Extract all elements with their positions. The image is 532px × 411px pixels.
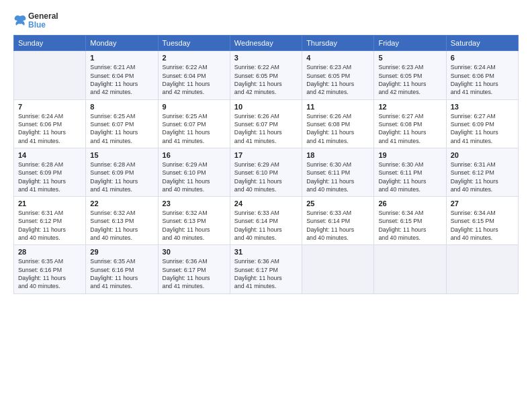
calendar-cell: 4Sunrise: 6:23 AM Sunset: 6:05 PM Daylig… (302, 51, 374, 99)
logo-blue-text: Blue (28, 21, 58, 30)
day-number: 7 (18, 103, 81, 111)
calendar-cell: 10Sunrise: 6:26 AM Sunset: 6:07 PM Dayli… (230, 99, 302, 148)
calendar-cell: 3Sunrise: 6:22 AM Sunset: 6:05 PM Daylig… (230, 51, 302, 99)
week-row-2: 7Sunrise: 6:24 AM Sunset: 6:06 PM Daylig… (14, 99, 519, 148)
day-info: Sunrise: 6:33 AM Sunset: 6:14 PM Dayligh… (306, 209, 369, 242)
day-info: Sunrise: 6:22 AM Sunset: 6:04 PM Dayligh… (163, 63, 226, 96)
day-info: Sunrise: 6:32 AM Sunset: 6:13 PM Dayligh… (90, 209, 153, 242)
header-day-thursday: Thursday (302, 36, 374, 51)
week-row-4: 21Sunrise: 6:31 AM Sunset: 6:12 PM Dayli… (14, 197, 519, 245)
logo: General Blue (13, 12, 58, 30)
header-day-monday: Monday (86, 36, 158, 51)
logo-text-lines: General Blue (28, 12, 58, 30)
calendar-cell: 29Sunrise: 6:35 AM Sunset: 6:16 PM Dayli… (86, 245, 158, 293)
day-number: 25 (306, 199, 369, 208)
day-info: Sunrise: 6:24 AM Sunset: 6:06 PM Dayligh… (18, 112, 81, 145)
logo-bird-icon (13, 13, 27, 28)
day-info: Sunrise: 6:28 AM Sunset: 6:09 PM Dayligh… (18, 161, 81, 193)
calendar-cell: 18Sunrise: 6:30 AM Sunset: 6:11 PM Dayli… (302, 148, 374, 196)
day-info: Sunrise: 6:34 AM Sunset: 6:15 PM Dayligh… (451, 209, 514, 242)
week-row-3: 14Sunrise: 6:28 AM Sunset: 6:09 PM Dayli… (14, 148, 519, 196)
day-number: 17 (234, 151, 298, 159)
day-number: 13 (451, 103, 514, 111)
day-number: 15 (90, 151, 153, 159)
calendar-cell: 13Sunrise: 6:27 AM Sunset: 6:09 PM Dayli… (446, 99, 518, 148)
day-number: 16 (163, 151, 226, 159)
calendar-cell (446, 245, 518, 293)
calendar-table: SundayMondayTuesdayWednesdayThursdayFrid… (13, 35, 519, 293)
calendar-cell: 5Sunrise: 6:23 AM Sunset: 6:05 PM Daylig… (374, 51, 446, 99)
calendar-cell: 26Sunrise: 6:34 AM Sunset: 6:15 PM Dayli… (374, 197, 446, 245)
day-info: Sunrise: 6:34 AM Sunset: 6:15 PM Dayligh… (378, 209, 441, 242)
day-info: Sunrise: 6:36 AM Sunset: 6:17 PM Dayligh… (163, 257, 226, 290)
calendar-cell: 7Sunrise: 6:24 AM Sunset: 6:06 PM Daylig… (14, 99, 86, 148)
day-number: 30 (163, 248, 226, 256)
day-number: 11 (306, 103, 369, 111)
header-day-sunday: Sunday (14, 36, 86, 51)
calendar-cell (374, 245, 446, 293)
day-number: 10 (234, 103, 298, 111)
day-number: 21 (18, 199, 81, 208)
day-info: Sunrise: 6:29 AM Sunset: 6:10 PM Dayligh… (163, 161, 226, 193)
calendar-cell: 17Sunrise: 6:29 AM Sunset: 6:10 PM Dayli… (230, 148, 302, 196)
calendar-cell (302, 245, 374, 293)
calendar-cell: 28Sunrise: 6:35 AM Sunset: 6:16 PM Dayli… (14, 245, 86, 293)
day-number: 14 (18, 151, 81, 159)
day-info: Sunrise: 6:27 AM Sunset: 6:08 PM Dayligh… (378, 112, 441, 145)
calendar-cell: 20Sunrise: 6:31 AM Sunset: 6:12 PM Dayli… (446, 148, 518, 196)
day-number: 22 (90, 199, 153, 208)
day-number: 5 (378, 54, 441, 62)
day-info: Sunrise: 6:32 AM Sunset: 6:13 PM Dayligh… (163, 209, 226, 242)
week-row-5: 28Sunrise: 6:35 AM Sunset: 6:16 PM Dayli… (14, 245, 519, 293)
calendar-cell: 24Sunrise: 6:33 AM Sunset: 6:14 PM Dayli… (230, 197, 302, 245)
calendar-cell: 14Sunrise: 6:28 AM Sunset: 6:09 PM Dayli… (14, 148, 86, 196)
calendar-cell: 6Sunrise: 6:24 AM Sunset: 6:06 PM Daylig… (446, 51, 518, 99)
header: General Blue (13, 12, 519, 30)
calendar-header: SundayMondayTuesdayWednesdayThursdayFrid… (14, 36, 519, 51)
calendar-cell: 31Sunrise: 6:36 AM Sunset: 6:17 PM Dayli… (230, 245, 302, 293)
day-number: 6 (451, 54, 514, 62)
day-info: Sunrise: 6:36 AM Sunset: 6:17 PM Dayligh… (234, 257, 298, 290)
day-info: Sunrise: 6:35 AM Sunset: 6:16 PM Dayligh… (90, 257, 153, 290)
day-number: 18 (306, 151, 369, 159)
day-number: 28 (18, 248, 81, 256)
day-info: Sunrise: 6:23 AM Sunset: 6:05 PM Dayligh… (306, 63, 369, 96)
logo-svg: General Blue (13, 12, 58, 30)
day-info: Sunrise: 6:24 AM Sunset: 6:06 PM Dayligh… (451, 63, 514, 96)
day-number: 29 (90, 248, 153, 256)
calendar-cell: 25Sunrise: 6:33 AM Sunset: 6:14 PM Dayli… (302, 197, 374, 245)
day-number: 9 (163, 103, 226, 111)
day-number: 8 (90, 103, 153, 111)
calendar-cell: 11Sunrise: 6:26 AM Sunset: 6:08 PM Dayli… (302, 99, 374, 148)
day-info: Sunrise: 6:31 AM Sunset: 6:12 PM Dayligh… (18, 209, 81, 242)
day-number: 27 (451, 199, 514, 208)
header-day-saturday: Saturday (446, 36, 518, 51)
day-info: Sunrise: 6:29 AM Sunset: 6:10 PM Dayligh… (234, 161, 298, 193)
calendar-cell: 30Sunrise: 6:36 AM Sunset: 6:17 PM Dayli… (158, 245, 230, 293)
calendar-cell: 1Sunrise: 6:21 AM Sunset: 6:04 PM Daylig… (86, 51, 158, 99)
day-number: 12 (378, 103, 441, 111)
day-info: Sunrise: 6:30 AM Sunset: 6:11 PM Dayligh… (378, 161, 441, 193)
day-info: Sunrise: 6:25 AM Sunset: 6:07 PM Dayligh… (90, 112, 153, 145)
calendar-body: 1Sunrise: 6:21 AM Sunset: 6:04 PM Daylig… (14, 51, 519, 293)
week-row-1: 1Sunrise: 6:21 AM Sunset: 6:04 PM Daylig… (14, 51, 519, 99)
calendar-cell: 9Sunrise: 6:25 AM Sunset: 6:07 PM Daylig… (158, 99, 230, 148)
calendar-cell (14, 51, 86, 99)
day-number: 19 (378, 151, 441, 159)
calendar-cell: 8Sunrise: 6:25 AM Sunset: 6:07 PM Daylig… (86, 99, 158, 148)
day-number: 3 (234, 54, 298, 62)
day-info: Sunrise: 6:23 AM Sunset: 6:05 PM Dayligh… (378, 63, 441, 96)
header-day-tuesday: Tuesday (158, 36, 230, 51)
day-info: Sunrise: 6:26 AM Sunset: 6:08 PM Dayligh… (306, 112, 369, 145)
day-info: Sunrise: 6:25 AM Sunset: 6:07 PM Dayligh… (163, 112, 226, 145)
day-info: Sunrise: 6:28 AM Sunset: 6:09 PM Dayligh… (90, 161, 153, 193)
day-info: Sunrise: 6:26 AM Sunset: 6:07 PM Dayligh… (234, 112, 298, 145)
day-info: Sunrise: 6:33 AM Sunset: 6:14 PM Dayligh… (234, 209, 298, 242)
day-number: 20 (451, 151, 514, 159)
calendar-cell: 27Sunrise: 6:34 AM Sunset: 6:15 PM Dayli… (446, 197, 518, 245)
day-number: 4 (306, 54, 369, 62)
calendar-cell: 23Sunrise: 6:32 AM Sunset: 6:13 PM Dayli… (158, 197, 230, 245)
header-row: SundayMondayTuesdayWednesdayThursdayFrid… (14, 36, 519, 51)
day-info: Sunrise: 6:31 AM Sunset: 6:12 PM Dayligh… (451, 161, 514, 193)
calendar-cell: 22Sunrise: 6:32 AM Sunset: 6:13 PM Dayli… (86, 197, 158, 245)
